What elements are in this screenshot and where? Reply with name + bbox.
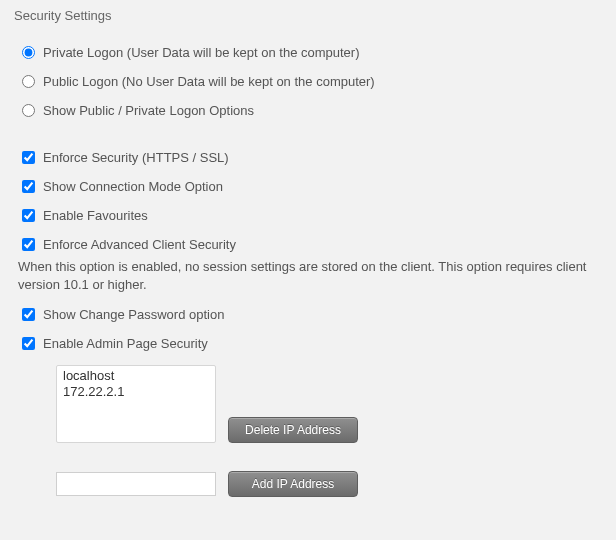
enforce-advanced-label: Enforce Advanced Client Security [43, 237, 236, 252]
list-item[interactable]: localhost [59, 368, 213, 384]
enable-favourites-checkbox[interactable] [22, 209, 35, 222]
show-change-password-row: Show Change Password option [22, 307, 602, 322]
enable-favourites-row: Enable Favourites [22, 208, 602, 223]
show-logon-options-label: Show Public / Private Logon Options [43, 103, 254, 118]
enable-admin-security-row: Enable Admin Page Security [22, 336, 602, 351]
enable-admin-security-label: Enable Admin Page Security [43, 336, 208, 351]
show-logon-options-row: Show Public / Private Logon Options [22, 103, 602, 118]
show-connection-mode-row: Show Connection Mode Option [22, 179, 602, 194]
delete-ip-button[interactable]: Delete IP Address [228, 417, 358, 443]
show-change-password-label: Show Change Password option [43, 307, 224, 322]
private-logon-label: Private Logon (User Data will be kept on… [43, 45, 360, 60]
add-ip-button[interactable]: Add IP Address [228, 471, 358, 497]
ip-list-row: localhost 172.22.2.1 Delete IP Address [56, 365, 602, 443]
enforce-advanced-row: Enforce Advanced Client Security [22, 237, 602, 252]
public-logon-label: Public Logon (No User Data will be kept … [43, 74, 375, 89]
enforce-security-label: Enforce Security (HTTPS / SSL) [43, 150, 229, 165]
show-change-password-checkbox[interactable] [22, 308, 35, 321]
ip-address-list[interactable]: localhost 172.22.2.1 [56, 365, 216, 443]
enforce-security-row: Enforce Security (HTTPS / SSL) [22, 150, 602, 165]
ip-section: localhost 172.22.2.1 Delete IP Address A… [56, 365, 602, 497]
public-logon-row: Public Logon (No User Data will be kept … [22, 74, 602, 89]
private-logon-row: Private Logon (User Data will be kept on… [22, 45, 602, 60]
show-connection-mode-label: Show Connection Mode Option [43, 179, 223, 194]
show-logon-options-radio[interactable] [22, 104, 35, 117]
ip-add-row: Add IP Address [56, 471, 602, 497]
page-title: Security Settings [14, 8, 602, 23]
enforce-advanced-help: When this option is enabled, no session … [18, 258, 602, 293]
enforce-advanced-checkbox[interactable] [22, 238, 35, 251]
security-settings-panel: Security Settings Private Logon (User Da… [0, 0, 616, 527]
enforce-security-checkbox[interactable] [22, 151, 35, 164]
private-logon-radio[interactable] [22, 46, 35, 59]
list-item[interactable]: 172.22.2.1 [59, 384, 213, 400]
enable-admin-security-checkbox[interactable] [22, 337, 35, 350]
show-connection-mode-checkbox[interactable] [22, 180, 35, 193]
enable-favourites-label: Enable Favourites [43, 208, 148, 223]
public-logon-radio[interactable] [22, 75, 35, 88]
ip-address-input[interactable] [56, 472, 216, 496]
